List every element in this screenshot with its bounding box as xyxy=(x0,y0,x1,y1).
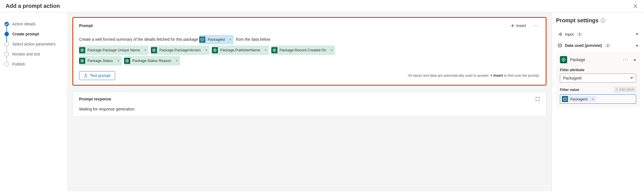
svg-point-9 xyxy=(82,60,83,61)
step-pending-icon xyxy=(4,42,9,46)
svg-point-14 xyxy=(563,59,564,60)
response-body: Waiting for response generation. xyxy=(79,107,540,111)
more-icon: ··· xyxy=(533,23,539,28)
prompt-hint: All inputs and data are automatically us… xyxy=(408,74,540,78)
step-publish[interactable]: Publish xyxy=(4,59,62,69)
fullscreen-icon xyxy=(535,97,540,101)
chevron-up-icon xyxy=(636,45,638,46)
plus-icon xyxy=(511,24,515,28)
cube-icon xyxy=(199,37,205,43)
svg-point-7 xyxy=(274,50,275,51)
data-used-section-header[interactable]: Data used (preview) 1 xyxy=(556,40,640,51)
close-button[interactable] xyxy=(632,3,638,9)
token-package-unique-name[interactable]: Package.Package Unique Name × xyxy=(79,45,149,55)
token-label: Package.Status Reason xyxy=(130,56,174,66)
input-section-header[interactable]: Input 1 xyxy=(556,29,640,40)
cube-icon xyxy=(562,96,568,102)
svg-point-13 xyxy=(562,58,565,61)
spiral-icon xyxy=(79,47,85,53)
token-remove[interactable]: × xyxy=(227,35,234,44)
step-create-prompt[interactable]: Create prompt xyxy=(4,29,62,39)
svg-point-1 xyxy=(82,50,83,51)
step-review-and-test[interactable]: Review and test xyxy=(4,49,62,59)
token-remove[interactable]: × xyxy=(203,46,210,54)
prompt-text: from the data below xyxy=(236,37,270,42)
svg-point-6 xyxy=(273,49,276,52)
plus-icon: + xyxy=(616,88,618,91)
info-icon[interactable]: i xyxy=(601,18,605,23)
token-publisher-name[interactable]: Package.PublisherName × xyxy=(212,45,269,55)
beaker-icon xyxy=(84,74,88,78)
step-action-details[interactable]: Action details xyxy=(4,19,62,29)
step-active-icon xyxy=(4,32,9,36)
filter-value-input[interactable]: PackageId × xyxy=(560,94,636,104)
filter-attribute-select[interactable]: PackageId xyxy=(560,74,636,83)
more-icon: ··· xyxy=(623,57,628,62)
add-value-button[interactable]: + Add value xyxy=(614,86,636,93)
svg-point-10 xyxy=(126,59,129,62)
test-prompt-label: Test prompt xyxy=(90,73,110,78)
add-value-label: Add value xyxy=(619,88,634,91)
insert-button[interactable]: Insert xyxy=(511,23,526,28)
prompt-settings-panel: Prompt settings i Input 1 Data used (pre… xyxy=(552,12,644,191)
filter-value-chip[interactable]: PackageId × xyxy=(562,96,596,102)
svg-point-0 xyxy=(81,49,84,52)
more-button[interactable]: ··· xyxy=(532,23,540,29)
step-label: Publish xyxy=(12,62,25,66)
dialog-header: Add a prompt action xyxy=(0,0,644,12)
step-select-action-parameters[interactable]: Select action parameters xyxy=(4,39,62,49)
step-pending-icon xyxy=(4,62,9,66)
step-label: Select action parameters xyxy=(12,42,56,46)
step-label: Create prompt xyxy=(12,32,39,36)
prompt-card: Prompt Insert ··· Create a well formed s… xyxy=(73,17,546,85)
close-icon xyxy=(633,4,637,8)
token-remove[interactable]: × xyxy=(174,57,180,65)
package-icon xyxy=(560,56,567,63)
main-area: Prompt Insert ··· Create a well formed s… xyxy=(67,12,552,191)
svg-point-4 xyxy=(213,49,216,52)
dialog-title: Add a prompt action xyxy=(6,3,60,9)
token-remove[interactable]: × xyxy=(142,46,149,54)
token-label: Package.Package Unique Name xyxy=(85,45,142,55)
filter-value-label: Filter value xyxy=(560,88,579,92)
spiral-icon xyxy=(151,47,157,53)
expand-button[interactable] xyxy=(535,97,540,101)
insert-label: Insert xyxy=(516,23,526,28)
token-status-reason[interactable]: Package.Status Reason × xyxy=(124,56,180,66)
token-package-version[interactable]: Package.PackageVersion × xyxy=(151,45,210,55)
spiral-icon xyxy=(79,58,85,64)
step-pending-icon xyxy=(4,52,9,56)
test-prompt-button[interactable]: Test prompt xyxy=(79,71,115,80)
token-record-created-on[interactable]: Package.Record Created On × xyxy=(271,45,335,55)
token-remove[interactable]: × xyxy=(262,46,269,54)
prompt-card-title: Prompt xyxy=(79,23,93,28)
token-label: PackageId xyxy=(205,35,227,44)
token-remove[interactable]: × xyxy=(115,57,122,65)
response-card-title: Prompt response xyxy=(79,97,111,101)
package-more-button[interactable]: ··· xyxy=(622,57,629,63)
token-label: Package.Record Created On xyxy=(277,45,329,55)
token-label: Package.PublisherName xyxy=(218,45,262,55)
spiral-icon xyxy=(124,58,130,64)
step-label: Action details xyxy=(12,22,35,26)
prompt-editor[interactable]: Create a well formed summary of the deta… xyxy=(79,34,540,66)
input-icon xyxy=(558,32,562,37)
token-packageid[interactable]: PackageId × xyxy=(199,35,234,44)
step-check-icon xyxy=(4,22,9,26)
package-name: Package xyxy=(570,57,585,62)
chevron-down-icon xyxy=(636,33,638,35)
filter-attribute-value: PackageId xyxy=(563,76,581,80)
spiral-icon xyxy=(212,47,218,53)
token-label: Package.Status xyxy=(85,56,115,66)
chevron-up-icon xyxy=(633,59,636,61)
token-status[interactable]: Package.Status × xyxy=(79,56,122,66)
data-used-section-label: Data used (preview) xyxy=(565,43,602,48)
svg-point-11 xyxy=(127,60,128,61)
prompt-text: Create a well formed summary of the deta… xyxy=(79,37,198,42)
filter-attribute-label: Filter attribute xyxy=(560,68,636,72)
database-icon xyxy=(558,43,562,48)
chip-remove[interactable]: × xyxy=(590,97,596,101)
input-count-badge: 1 xyxy=(576,32,583,36)
token-remove[interactable]: × xyxy=(329,46,335,54)
svg-point-3 xyxy=(153,50,155,51)
